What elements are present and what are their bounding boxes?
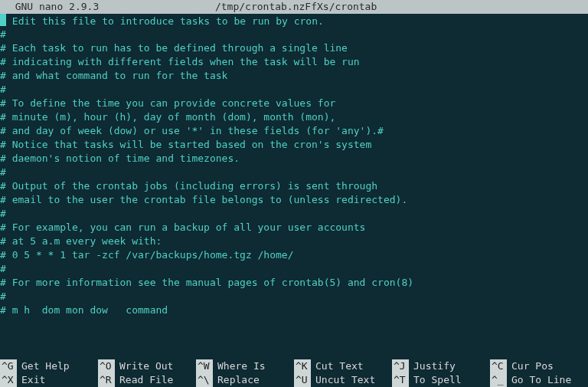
editor-line: #	[0, 290, 588, 303]
help-uncut-text[interactable]: ^UUncut Text	[294, 373, 392, 387]
comment-hash: #	[0, 304, 6, 316]
line-text: at 5 a.m every week with:	[6, 235, 162, 247]
help-bar: ^GGet Help ^OWrite Out ^WWhere Is ^KCut …	[0, 359, 588, 387]
line-text: indicating with different fields when th…	[6, 56, 360, 67]
help-label: Cut Text	[315, 359, 364, 373]
line-text: Each task to run has to be defined throu…	[6, 42, 348, 54]
editor-line: # To define the time you can provide con…	[0, 97, 588, 110]
line-text: daemon's notion of time and timezones.	[6, 153, 240, 164]
editor-line: #	[0, 262, 588, 276]
comment-hash: #	[0, 277, 6, 288]
comment-hash: #	[0, 42, 6, 54]
help-label: Replace	[217, 373, 260, 387]
editor-name-version: GNU nano 2.9.3	[3, 0, 99, 14]
keycap: ^X	[0, 373, 17, 387]
help-exit[interactable]: ^XExit	[0, 373, 98, 387]
help-label: Where Is	[217, 359, 266, 373]
comment-hash: #	[0, 125, 6, 136]
keycap: ^T	[392, 373, 409, 387]
help-label: To Spell	[413, 373, 462, 387]
line-text: m h dom mon dow command	[6, 304, 168, 316]
editor-line: # daemon's notion of time and timezones.	[0, 152, 588, 166]
editor-line: # Output of the crontab jobs (including …	[0, 179, 588, 193]
help-where-is[interactable]: ^WWhere Is	[196, 359, 294, 373]
editor-line: # For example, you can run a backup of a…	[0, 221, 588, 234]
editor-line: # indicating with different fields when …	[0, 55, 588, 69]
keycap: ^O	[98, 359, 115, 373]
editor-line: # and what command to run for the task	[0, 69, 588, 83]
comment-hash: #	[0, 235, 6, 247]
editor-line: # and day of week (dow) or use '*' in th…	[0, 124, 588, 138]
editor-line: # For more information see the manual pa…	[0, 276, 588, 290]
help-replace[interactable]: ^\Replace	[196, 373, 294, 387]
editor-viewport[interactable]: Edit this file to introduce tasks to be …	[0, 14, 588, 359]
help-write-out[interactable]: ^OWrite Out	[98, 359, 196, 373]
editor-line: # Notice that tasks will be started base…	[0, 138, 588, 152]
help-label: Write Out	[119, 359, 173, 373]
line-text: To define the time you can provide concr…	[6, 97, 335, 109]
keycap: ^C	[490, 359, 507, 373]
editor-line: # 0 5 * * 1 tar -zcf /var/backups/home.t…	[0, 248, 588, 262]
comment-hash: #	[0, 97, 6, 109]
help-go-to-line[interactable]: ^_Go To Line	[490, 373, 588, 387]
line-text: Output of the crontab jobs (including er…	[6, 180, 377, 192]
editor-line: # m h dom mon dow command	[0, 303, 588, 317]
text-cursor	[0, 14, 6, 26]
line-text: email to the user the crontab file belon…	[6, 194, 407, 205]
help-label: Read File	[119, 373, 173, 387]
line-text: Notice that tasks will be started based …	[6, 139, 371, 150]
help-label: Exit	[21, 373, 45, 387]
line-text: and what command to run for the task	[6, 70, 228, 81]
help-label: Get Help	[21, 359, 70, 373]
comment-hash: #	[0, 84, 6, 95]
editor-line: #	[0, 166, 588, 179]
editor-line: #	[0, 28, 588, 41]
help-row-1: ^GGet Help ^OWrite Out ^WWhere Is ^KCut …	[0, 359, 588, 373]
comment-hash: #	[0, 208, 6, 219]
help-label: Go To Line	[511, 373, 571, 387]
editor-line: Edit this file to introduce tasks to be …	[0, 14, 588, 28]
help-get-help[interactable]: ^GGet Help	[0, 359, 98, 373]
keycap: ^J	[392, 359, 409, 373]
comment-hash: #	[0, 221, 6, 233]
open-file-path: /tmp/crontab.nzFfXs/crontab	[99, 0, 493, 14]
help-label: Uncut Text	[315, 373, 375, 387]
help-read-file[interactable]: ^RRead File	[98, 373, 196, 387]
editor-line: #	[0, 83, 588, 97]
help-label: Cur Pos	[511, 359, 554, 373]
editor-line: #	[0, 207, 588, 221]
help-cur-pos[interactable]: ^CCur Pos	[490, 359, 588, 373]
help-row-2: ^XExit ^RRead File ^\Replace ^UUncut Tex…	[0, 373, 588, 387]
titlebar: GNU nano 2.9.3 /tmp/crontab.nzFfXs/cront…	[0, 0, 588, 14]
line-text: and day of week (dow) or use '*' in thes…	[6, 125, 384, 136]
comment-hash: #	[0, 28, 6, 40]
line-text: 0 5 * * 1 tar -zcf /var/backups/home.tgz…	[6, 249, 294, 261]
editor-line: # at 5 a.m every week with:	[0, 234, 588, 248]
editor-line: # email to the user the crontab file bel…	[0, 193, 588, 207]
line-text: Edit this file to introduce tasks to be …	[6, 15, 324, 27]
keycap: ^R	[98, 373, 115, 387]
help-label: Justify	[413, 359, 456, 373]
comment-hash: #	[0, 180, 6, 192]
keycap: ^\	[196, 373, 213, 387]
help-cut-text[interactable]: ^KCut Text	[294, 359, 392, 373]
help-justify[interactable]: ^JJustify	[392, 359, 490, 373]
keycap: ^U	[294, 373, 311, 387]
comment-hash: #	[0, 56, 6, 67]
keycap: ^G	[0, 359, 17, 373]
editor-line: # minute (m), hour (h), day of month (do…	[0, 110, 588, 124]
keycap: ^_	[490, 373, 507, 387]
line-text: minute (m), hour (h), day of month (dom)…	[6, 111, 335, 123]
comment-hash: #	[0, 194, 6, 205]
comment-hash: #	[0, 166, 6, 178]
line-text: For example, you can run a backup of all…	[6, 221, 366, 233]
titlebar-right-spacer	[493, 0, 585, 14]
comment-hash: #	[0, 263, 6, 274]
editor-line: # Each task to run has to be defined thr…	[0, 41, 588, 55]
comment-hash: #	[0, 111, 6, 123]
comment-hash: #	[0, 139, 6, 150]
comment-hash: #	[0, 153, 6, 164]
keycap: ^W	[196, 359, 213, 373]
keycap: ^K	[294, 359, 311, 373]
help-to-spell[interactable]: ^TTo Spell	[392, 373, 490, 387]
